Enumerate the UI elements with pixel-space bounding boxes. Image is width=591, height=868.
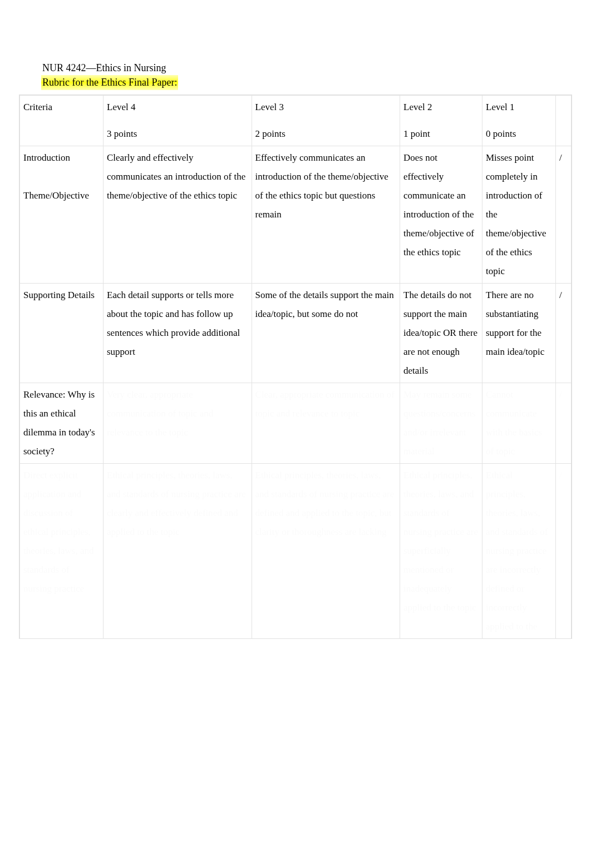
table-row: Direct explicit application and discussi… [20, 464, 572, 639]
rubric-table: Criteria Level 4 3 points Level 3 2 poin… [19, 95, 572, 639]
document-header: NUR 4242—Ethics in Nursing Rubric for th… [41, 61, 572, 90]
level2-cell: May remain some questions/concerns and/o… [400, 383, 482, 464]
header-score [556, 96, 572, 146]
score-cell: / [556, 464, 572, 639]
level2-cell: The details do not support the main idea… [400, 284, 482, 383]
level4-cell: Each detail supports or tells more about… [104, 284, 252, 383]
criteria-cell: Relevance: Why is this an ethical dilemm… [20, 383, 104, 464]
document-page: NUR 4242—Ethics in Nursing Rubric for th… [0, 0, 591, 639]
course-title: NUR 4242—Ethics in Nursing [41, 61, 572, 75]
level2-cell: Ethical principles, theories, laws, and … [400, 464, 482, 639]
level4-cell: Clearly and effectively communicates an … [104, 146, 252, 284]
level3-cell: Some of the details support the main ide… [252, 284, 400, 383]
criteria-cell: Supporting Details [20, 284, 104, 383]
score-cell: / [556, 383, 572, 464]
table-row: Supporting Details Each detail supports … [20, 284, 572, 383]
level3-cell: Effectively communicates an introduction… [252, 146, 400, 284]
header-level-2: Level 2 1 point [400, 96, 482, 146]
level4-cell: Ethical principles, theories, laws, and … [104, 464, 252, 639]
level3-cell: Clear, appropriate communication of topi… [252, 383, 400, 464]
header-level-4: Level 4 3 points [104, 96, 252, 146]
table-row: Relevance: Why is this an ethical dilemm… [20, 383, 572, 464]
level1-cell: Ethical principles, theories, laws, and … [482, 464, 556, 639]
header-level-1: Level 1 0 points [482, 96, 556, 146]
criteria-cell: Introduction Theme/Objective [20, 146, 104, 284]
table-row: Introduction Theme/Objective Clearly and… [20, 146, 572, 284]
level4-cell: Very clear, appropriate communication of… [104, 383, 252, 464]
level2-cell: Does not effectively communicate an intr… [400, 146, 482, 284]
score-cell: / [556, 284, 572, 383]
rubric-title: Rubric for the Ethics Final Paper: [41, 75, 178, 90]
header-level-3: Level 3 2 points [252, 96, 400, 146]
level1-cell: Misses point completely in introduction … [482, 146, 556, 284]
level3-cell: Ethical principles, theories, laws, and … [252, 464, 400, 639]
level1-cell: Cannot communicate with the basics of to… [482, 383, 556, 464]
rubric-table-wrapper: Criteria Level 4 3 points Level 3 2 poin… [19, 95, 572, 639]
table-header-row: Criteria Level 4 3 points Level 3 2 poin… [20, 96, 572, 146]
score-cell: / [556, 146, 572, 284]
header-criteria: Criteria [20, 96, 104, 146]
level1-cell: There are no substantiating support for … [482, 284, 556, 383]
criteria-cell: Direct explicit application and discussi… [20, 464, 104, 639]
